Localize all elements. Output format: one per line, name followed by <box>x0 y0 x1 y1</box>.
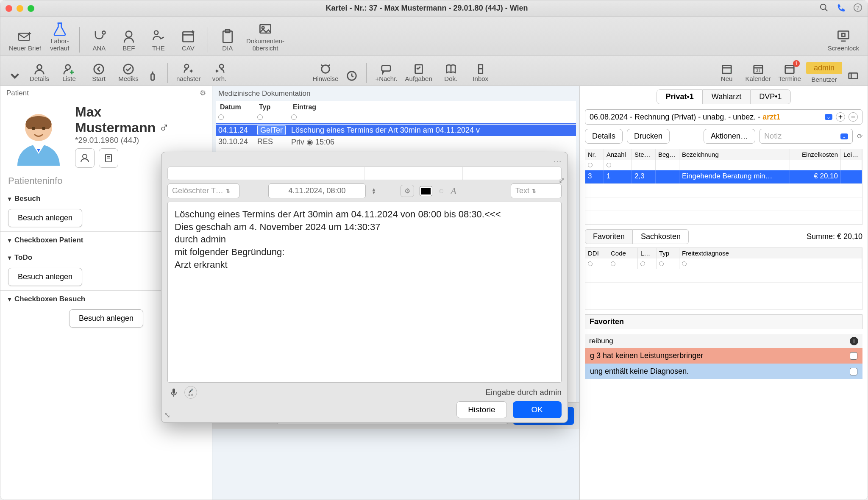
notiz-input[interactable]: Notiz⌄ <box>760 129 853 144</box>
col-anzahl[interactable]: Anzahl <box>604 149 632 160</box>
popover-tabs[interactable] <box>167 167 562 180</box>
remove-icon[interactable]: − <box>849 112 858 122</box>
dokumenten-button[interactable]: Dokumenten- übersicht <box>244 20 287 53</box>
col-typ[interactable]: Typ <box>256 102 290 112</box>
screenlock-button[interactable]: Screenlock <box>825 27 862 53</box>
inbox-button[interactable]: Inbox <box>467 62 494 83</box>
id-button[interactable] <box>845 69 862 83</box>
warning-row-2[interactable]: ung enthält keine Diagnosen. <box>585 364 862 379</box>
laborverlauf-button[interactable]: Labor- verlauf <box>46 20 73 53</box>
ok-button[interactable]: OK <box>513 401 562 418</box>
col-nr[interactable]: Nr. <box>585 149 604 160</box>
dia-button[interactable]: DIA <box>214 27 241 53</box>
grid2-row[interactable] <box>585 296 862 310</box>
aktionen-button[interactable]: Aktionen… <box>704 129 755 144</box>
phone-icon[interactable] <box>836 3 846 14</box>
naechster-button[interactable]: nächster <box>174 62 203 83</box>
clock-button[interactable] <box>343 69 360 83</box>
col-code[interactable]: Code <box>608 248 638 258</box>
col-ddi[interactable]: DDI <box>585 248 608 258</box>
warning-row-1[interactable]: g 3 hat keinen Leistungserbringer <box>585 348 862 364</box>
nachr-button[interactable]: +Nachr. <box>373 62 400 83</box>
grid-row[interactable] <box>585 184 862 197</box>
mediks-button[interactable]: Mediks <box>115 62 142 83</box>
expand-icon[interactable]: ⤢ <box>559 176 565 185</box>
select-chevron-icon[interactable]: ⌄ <box>840 133 848 139</box>
patient-detail-button[interactable] <box>75 148 95 168</box>
collapse-icon[interactable]: ⤡ <box>164 411 170 420</box>
dropdown-icon[interactable] <box>6 69 23 83</box>
datetime-field[interactable]: 4.11.2024, 08:00 <box>268 183 366 198</box>
the-button[interactable]: THE <box>145 27 172 53</box>
doc-row[interactable]: 30.10.24 RES Priv ◉ 15:06 <box>216 136 576 148</box>
doc-row-selected[interactable]: 04.11.24 GelTer Löschung eines Termins d… <box>216 125 576 136</box>
search-icon[interactable] <box>819 3 829 14</box>
color-swatch[interactable] <box>420 186 432 196</box>
font-icon[interactable]: A <box>451 186 456 197</box>
favoriten-tab-3[interactable]: Favoriten <box>585 314 862 329</box>
help-icon[interactable]: ? <box>853 3 862 14</box>
vorh-button[interactable]: vorh. <box>206 62 233 83</box>
seg-dvp[interactable]: DVP•1 <box>750 89 790 104</box>
patient-doc-button[interactable] <box>99 148 118 168</box>
termine-button[interactable]: 1Termine <box>776 62 804 83</box>
col-beg[interactable]: Beg… <box>656 149 679 160</box>
besuch-anlegen-button[interactable]: Besuch anlegen <box>8 209 82 227</box>
besuch-anlegen-button-3[interactable]: Besuch anlegen <box>69 309 143 328</box>
more-icon[interactable]: ⋯ <box>553 156 562 167</box>
start-button[interactable]: Start <box>85 62 112 83</box>
zoom-window-icon[interactable] <box>28 5 34 12</box>
tab-favoriten[interactable]: Favoriten <box>585 229 633 244</box>
add-icon[interactable]: + <box>836 112 845 122</box>
stepper-icon[interactable]: ▲▼ <box>372 188 376 194</box>
details-button[interactable]: Details <box>26 62 53 83</box>
tab-sachkosten[interactable]: Sachkosten <box>633 229 689 244</box>
details-button-r[interactable]: Details <box>585 129 623 144</box>
grid2-row[interactable] <box>585 283 862 296</box>
col-eintrag[interactable]: Eintrag <box>290 102 574 112</box>
mic-icon[interactable] <box>167 386 180 399</box>
bef-button[interactable]: BEF <box>115 27 142 53</box>
col-ek[interactable]: Einzelkosten <box>790 149 841 160</box>
dok-button[interactable]: Dok. <box>437 62 465 83</box>
window-controls[interactable] <box>6 5 34 12</box>
emoji-icon[interactable]: ☺ <box>438 187 445 195</box>
col-l[interactable]: L… <box>638 248 657 258</box>
cav-button[interactable]: CAV <box>175 27 202 53</box>
invoice-select[interactable]: 06.08.2024 - Rechnung (Privat) - unabg. … <box>585 109 862 125</box>
type-combo[interactable]: Gelöschter T…⇅ <box>167 183 239 198</box>
seg-privat[interactable]: Privat•1 <box>657 89 702 104</box>
liste-button[interactable]: Liste <box>56 62 83 83</box>
neu-button[interactable]: +Neu <box>713 62 740 83</box>
hinweise-button[interactable]: Hinweise <box>310 62 341 83</box>
ana-button[interactable]: ANA <box>86 27 113 53</box>
format-combo[interactable]: Text⇅ <box>511 183 562 198</box>
gear-small-icon[interactable]: ⚙ <box>401 185 414 197</box>
col-lei[interactable]: Lei… <box>841 149 862 160</box>
gear-icon[interactable]: ⚙ <box>200 89 206 97</box>
kalender-button[interactable]: 31Kalender <box>743 62 773 83</box>
checkbox[interactable] <box>850 368 857 375</box>
user-chip[interactable]: admin <box>806 62 842 74</box>
grid-row-selected[interactable]: 3 1 2,3 Eingehende Beratung min… € 20,10 <box>585 170 862 184</box>
checkbox[interactable] <box>850 352 857 360</box>
neuer-brief-button[interactable]: Neuer Brief <box>6 27 44 53</box>
grid-row[interactable] <box>585 197 862 211</box>
historie-button[interactable]: Historie <box>456 401 506 418</box>
col-datum[interactable]: Datum <box>217 102 256 112</box>
select-chevron-icon[interactable]: ⌄ <box>825 114 832 120</box>
siri-icon[interactable]: 🎤Siri <box>184 386 197 399</box>
drucken-button[interactable]: Drucken <box>627 129 670 144</box>
minimize-window-icon[interactable] <box>17 5 23 12</box>
col-typ2[interactable]: Typ <box>657 248 679 258</box>
deo-button[interactable] <box>145 69 161 83</box>
entry-textarea[interactable]: Löschung eines Termins der Art 30min am … <box>167 202 562 383</box>
besuch-anlegen-button-2[interactable]: Besuch anlegen <box>8 268 82 286</box>
col-bez[interactable]: Bezeichnung <box>679 149 790 160</box>
close-window-icon[interactable] <box>6 5 12 12</box>
grid2-row[interactable] <box>585 269 862 283</box>
col-ste[interactable]: Ste… <box>632 149 656 160</box>
sync-icon[interactable]: ⟳ <box>857 132 862 140</box>
grid-row[interactable] <box>585 211 862 225</box>
aufgaben-button[interactable]: Aufgaben <box>403 62 435 83</box>
